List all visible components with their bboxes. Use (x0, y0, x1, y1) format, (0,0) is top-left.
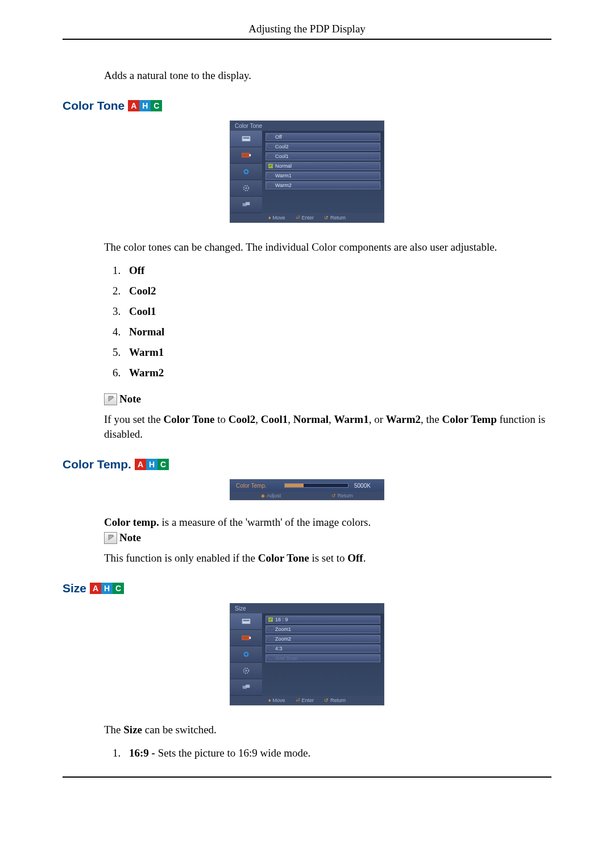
osd-footer: ♦Move ⏎Enter ↺Return (230, 696, 384, 705)
osd-footer-move: ♦Move (268, 697, 285, 703)
badge-c: C (157, 459, 169, 470)
svg-rect-11 (243, 620, 250, 621)
osd-sidebar (230, 131, 262, 213)
osd-option: ✓Normal (265, 162, 380, 170)
checkbox-empty (268, 637, 273, 641)
osd-option: Cool2 (265, 143, 380, 151)
checkbox-empty (268, 183, 273, 188)
osd-option: ✓16 : 9 (265, 616, 380, 624)
badge-c: C (113, 583, 124, 594)
checkbox-checked-icon: ✓ (268, 164, 273, 168)
heading-label: Color Temp. (63, 458, 131, 471)
list-item: Cool2 (123, 285, 551, 297)
checkbox-empty (268, 656, 273, 661)
osd-option-disabled: Just Scan (265, 654, 380, 662)
osd-color-tone: Color Tone Off Cool2 Cool1 ✓Normal Warm1… (230, 121, 384, 223)
color-tone-note-text: If you set the Color Tone to Cool2, Cool… (104, 412, 551, 441)
osd-title: Color Tone (230, 121, 384, 131)
osd-option-label: Zoom1 (275, 626, 291, 632)
osd-option-label: Normal (275, 163, 292, 169)
osd-size: Size ✓16 : 9 Zoom1 Zoom2 4:3 Just Scan ♦… (230, 603, 384, 705)
color-temp-description: Color temp. is a measure of the 'warmth'… (104, 515, 551, 530)
badge-h: H (139, 100, 151, 111)
svg-rect-3 (249, 154, 251, 156)
osd-option-label: Warm2 (275, 182, 292, 188)
osd-option: Zoom1 (265, 625, 380, 633)
badge-c: C (151, 100, 162, 111)
section-heading-size: Size A H C (63, 582, 551, 595)
osd-sidebar-setup-icon (230, 180, 262, 197)
osd-option-label: 4:3 (275, 646, 283, 651)
osd-sidebar-sound-icon (230, 646, 262, 663)
osd-option-label: Just Scan (275, 655, 298, 661)
svg-point-17 (245, 670, 247, 672)
section-heading-color-tone: Color Tone A H C (63, 99, 551, 113)
osd-option: Zoom2 (265, 635, 380, 643)
osd-sidebar-multi-icon (230, 679, 262, 696)
osd-footer-enter: ⏎Enter (296, 215, 314, 221)
osd-option-label: Off (275, 134, 282, 140)
note-block: Note (104, 393, 551, 405)
osd-option-label: Zoom2 (275, 636, 291, 642)
list-item: Warm2 (123, 367, 551, 379)
checkbox-checked-icon: ✓ (268, 617, 273, 622)
color-tone-description: The color tones can be changed. The indi… (104, 240, 551, 255)
intro-text: Adds a natural tone to the display. (104, 68, 551, 83)
note-icon (104, 393, 117, 405)
note-label: Note (119, 531, 141, 544)
note-icon (104, 532, 117, 544)
osd-option: Warm1 (265, 172, 380, 180)
osd-footer-return: ↺Return (324, 697, 346, 703)
osd-option-label: Warm1 (275, 173, 292, 178)
osd-option-label: Cool1 (275, 153, 289, 159)
badge-h: H (101, 583, 113, 594)
color-temp-note-text: This function is only enabled if the Col… (104, 551, 551, 566)
badge-a: A (128, 100, 139, 111)
osd-sidebar-sound-icon (230, 164, 262, 180)
osd-footer-return: ↺Return (324, 215, 346, 221)
osd-sidebar-input-icon (230, 630, 262, 646)
checkbox-empty (268, 135, 273, 139)
checkbox-empty (268, 646, 273, 651)
size-description: The Size can be switched. (104, 722, 551, 737)
osd-option: Warm2 (265, 181, 380, 189)
osd-footer: ♦Move ⏎Enter ↺Return (230, 213, 384, 222)
osd-footer-adjust: ◆Adjust (261, 493, 281, 499)
footer-rule (63, 776, 551, 778)
ahc-badges: A H C (135, 459, 169, 470)
svg-rect-9 (246, 202, 250, 205)
badge-a: A (135, 459, 146, 470)
badge-a: A (90, 583, 101, 594)
osd-option: Cool1 (265, 152, 380, 160)
osd-option-label: Cool2 (275, 144, 289, 149)
svg-point-5 (245, 171, 247, 173)
osd-option-label: 16 : 9 (275, 617, 288, 622)
note-block: Note (104, 531, 551, 544)
osd-small-label: Color Temp. (236, 483, 279, 489)
ahc-badges: A H C (90, 583, 124, 594)
osd-sidebar-picture-icon (230, 131, 262, 147)
osd-footer-enter: ⏎Enter (296, 697, 314, 703)
osd-footer-move: ♦Move (268, 215, 285, 221)
osd-option: Off (265, 133, 380, 141)
osd-color-temp: Color Temp. 5000K ◆Adjust ↺Return (230, 479, 384, 500)
osd-options: ✓16 : 9 Zoom1 Zoom2 4:3 Just Scan (262, 613, 384, 696)
ahc-badges: A H C (128, 100, 162, 111)
checkbox-empty (268, 627, 273, 632)
osd-sidebar-input-icon (230, 147, 262, 164)
color-tone-list: Off Cool2 Cool1 Normal Warm1 Warm2 (123, 264, 551, 379)
heading-label: Size (63, 582, 86, 595)
svg-rect-19 (246, 684, 250, 687)
osd-options: Off Cool2 Cool1 ✓Normal Warm1 Warm2 (262, 131, 384, 213)
svg-rect-1 (243, 137, 250, 139)
list-item: Off (123, 264, 551, 277)
svg-point-15 (245, 653, 247, 655)
heading-label: Color Tone (63, 99, 125, 113)
list-item: Cool1 (123, 305, 551, 318)
size-list: 16:9 - Sets the picture to 16:9 wide mod… (123, 747, 551, 759)
list-item: 16:9 - Sets the picture to 16:9 wide mod… (123, 747, 551, 759)
badge-h: H (146, 459, 157, 470)
osd-footer-return: ↺Return (331, 493, 353, 499)
osd-option: 4:3 (265, 645, 380, 653)
osd-sidebar-multi-icon (230, 197, 262, 213)
